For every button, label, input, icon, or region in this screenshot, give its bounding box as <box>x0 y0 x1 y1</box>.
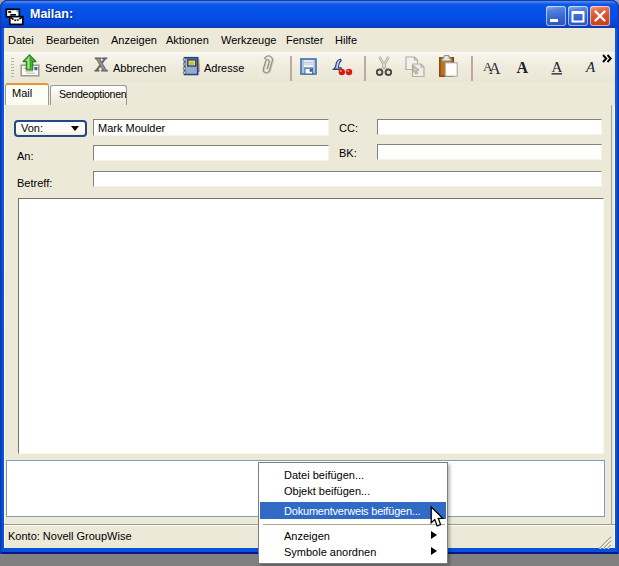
svg-text:A: A <box>585 59 596 75</box>
svg-text:X: X <box>95 57 108 73</box>
svg-text:A: A <box>552 59 563 75</box>
svg-text:A: A <box>489 60 501 76</box>
svg-text:A: A <box>517 59 529 76</box>
